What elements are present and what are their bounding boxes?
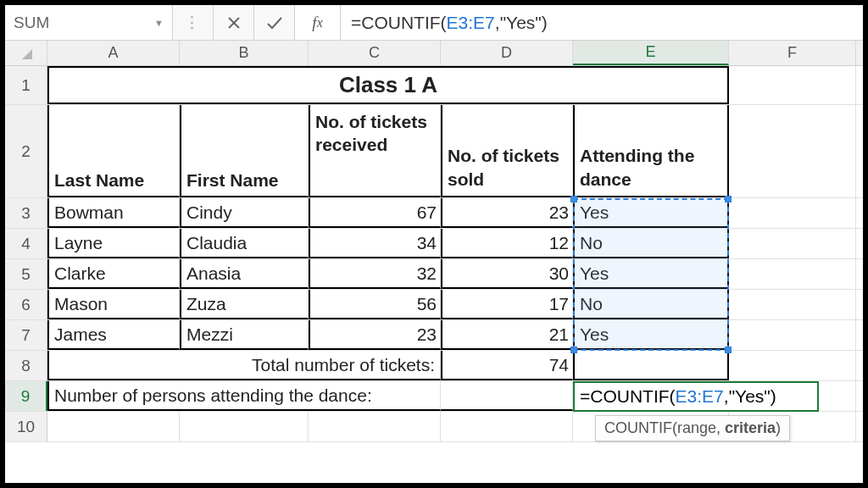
totals-label[interactable]: Total number of tickets: bbox=[47, 351, 441, 380]
row-2: 2 Last Name First Name No. of tickets re… bbox=[5, 105, 863, 198]
row-1: 1 Class 1 A bbox=[5, 66, 863, 105]
insert-function-button[interactable]: fx bbox=[295, 5, 341, 40]
spreadsheet-grid[interactable]: A B C D E F 1 Class 1 A 2 Last Name Firs… bbox=[5, 41, 863, 483]
table-row: 5 Clarke Anasia 32 30 Yes bbox=[5, 259, 863, 290]
cell-f7[interactable] bbox=[729, 320, 856, 350]
active-cell-edit[interactable]: =COUNTIF(E3:E7,"Yes") bbox=[573, 381, 819, 412]
table-row: 4 Layne Claudia 34 12 No bbox=[5, 229, 863, 259]
cell-b10[interactable] bbox=[180, 412, 309, 441]
col-header-b[interactable]: B bbox=[180, 41, 309, 65]
cell-att[interactable]: No bbox=[573, 290, 729, 319]
title-cell[interactable]: Class 1 A bbox=[47, 66, 729, 104]
cell-last[interactable]: Bowman bbox=[47, 198, 180, 228]
col-header-e[interactable]: E bbox=[573, 41, 729, 65]
cell-att[interactable]: Yes bbox=[573, 198, 729, 228]
cell-f8[interactable] bbox=[729, 351, 856, 380]
cell-recv[interactable]: 34 bbox=[309, 229, 441, 258]
col-header-f[interactable]: F bbox=[729, 41, 856, 65]
row-header-2[interactable]: 2 bbox=[5, 105, 47, 197]
header-tickets-sold[interactable]: No. of tickets sold bbox=[441, 105, 573, 197]
cell-first[interactable]: Zuza bbox=[180, 290, 309, 319]
cell-a10[interactable] bbox=[47, 412, 180, 441]
header-tickets-received[interactable]: No. of tickets received bbox=[309, 105, 441, 197]
row-header-3[interactable]: 3 bbox=[5, 198, 47, 228]
cell-d10[interactable] bbox=[441, 412, 573, 441]
formula-suffix: ,"Yes") bbox=[495, 13, 548, 33]
cell-first[interactable]: Anasia bbox=[180, 259, 309, 289]
cell-last[interactable]: Mason bbox=[47, 290, 180, 319]
row-header-1[interactable]: 1 bbox=[5, 66, 47, 104]
formula-prefix: =COUNTIF( bbox=[351, 13, 447, 33]
cell-sold[interactable]: 17 bbox=[441, 290, 573, 319]
row-header-6[interactable]: 6 bbox=[5, 290, 47, 319]
name-box[interactable]: SUM ▼ bbox=[5, 5, 173, 40]
dance-label[interactable]: Number of persons attending the dance: bbox=[47, 381, 441, 411]
tooltip-fn: COUNTIF bbox=[604, 419, 672, 436]
enter-button[interactable] bbox=[254, 5, 295, 40]
row-header-5[interactable]: 5 bbox=[5, 259, 47, 289]
formula-input[interactable]: =COUNTIF(E3:E7,"Yes") bbox=[341, 5, 863, 40]
col-header-a[interactable]: A bbox=[47, 41, 180, 65]
svg-marker-2 bbox=[22, 49, 32, 59]
excel-window: SUM ▼ ⋮ fx =COUNTIF(E3:E7,"Yes") A B C bbox=[5, 5, 863, 483]
row-header-4[interactable]: 4 bbox=[5, 229, 47, 258]
cell-f2[interactable] bbox=[729, 105, 856, 197]
cell-recv[interactable]: 56 bbox=[309, 290, 441, 319]
cell-c10[interactable] bbox=[309, 412, 441, 441]
cell-d9[interactable] bbox=[441, 381, 573, 411]
cell-recv[interactable]: 67 bbox=[309, 198, 441, 228]
name-box-value: SUM bbox=[14, 14, 49, 32]
row-header-9[interactable]: 9 bbox=[5, 381, 47, 411]
tooltip-arg2: criteria bbox=[725, 419, 776, 436]
edit-suffix: ,"Yes") bbox=[724, 386, 776, 407]
cell-last[interactable]: Clarke bbox=[47, 259, 180, 289]
cell-f3[interactable] bbox=[729, 198, 856, 228]
totals-value[interactable]: 74 bbox=[441, 351, 573, 380]
cell-e8[interactable] bbox=[573, 351, 729, 380]
cell-f5[interactable] bbox=[729, 259, 856, 289]
cell-att[interactable]: Yes bbox=[573, 259, 729, 289]
cell-sold[interactable]: 23 bbox=[441, 198, 573, 228]
col-header-d[interactable]: D bbox=[441, 41, 573, 65]
cell-last[interactable]: James bbox=[47, 320, 180, 350]
function-tooltip: COUNTIF(range, criteria) bbox=[595, 415, 790, 441]
table-row: 6 Mason Zuza 56 17 No bbox=[5, 290, 863, 320]
rows-area: 1 Class 1 A 2 Last Name First Name No. o… bbox=[5, 66, 863, 442]
cell-first[interactable]: Claudia bbox=[180, 229, 309, 258]
header-last-name[interactable]: Last Name bbox=[47, 105, 180, 197]
cell-att[interactable]: No bbox=[573, 229, 729, 258]
row-header-10[interactable]: 10 bbox=[5, 412, 47, 441]
row-header-8[interactable]: 8 bbox=[5, 351, 47, 380]
cell-recv[interactable]: 32 bbox=[309, 259, 441, 289]
cell-recv[interactable]: 23 bbox=[309, 320, 441, 350]
cell-first[interactable]: Cindy bbox=[180, 198, 309, 228]
edit-ref: E3:E7 bbox=[676, 386, 724, 407]
name-box-dropdown-icon[interactable]: ▼ bbox=[154, 18, 164, 28]
cell-sold[interactable]: 21 bbox=[441, 320, 573, 350]
cell-sold[interactable]: 12 bbox=[441, 229, 573, 258]
cell-last[interactable]: Layne bbox=[47, 229, 180, 258]
header-first-name[interactable]: First Name bbox=[180, 105, 309, 197]
cell-f4[interactable] bbox=[729, 229, 856, 258]
table-row: 3 Bowman Cindy 67 23 Yes bbox=[5, 198, 863, 229]
row-8: 8 Total number of tickets: 74 bbox=[5, 351, 863, 381]
header-attending[interactable]: Attending the dance bbox=[573, 105, 729, 197]
row-header-7[interactable]: 7 bbox=[5, 320, 47, 350]
formula-bar: SUM ▼ ⋮ fx =COUNTIF(E3:E7,"Yes") bbox=[5, 5, 863, 41]
options-icon[interactable]: ⋮ bbox=[173, 5, 214, 40]
cell-att[interactable]: Yes bbox=[573, 320, 729, 350]
formula-ref: E3:E7 bbox=[447, 13, 495, 33]
table-row: 7 James Mezzi 23 21 Yes bbox=[5, 320, 863, 351]
cell-f1[interactable] bbox=[729, 66, 856, 104]
edit-prefix: =COUNTIF( bbox=[580, 386, 676, 407]
tooltip-arg1: range bbox=[677, 419, 716, 436]
cell-first[interactable]: Mezzi bbox=[180, 320, 309, 350]
col-header-c[interactable]: C bbox=[309, 41, 441, 65]
column-headers: A B C D E F bbox=[5, 41, 863, 66]
cell-sold[interactable]: 30 bbox=[441, 259, 573, 289]
cell-f6[interactable] bbox=[729, 290, 856, 319]
cancel-button[interactable] bbox=[214, 5, 254, 40]
select-all-corner[interactable] bbox=[5, 41, 47, 65]
